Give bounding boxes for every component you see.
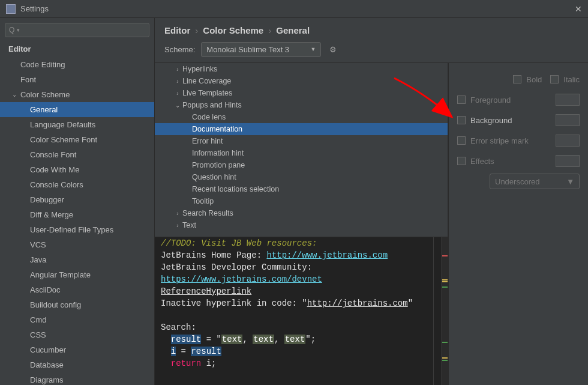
sidebar-item-color-scheme[interactable]: ⌄Color Scheme [0,87,154,102]
preview-editor[interactable]: //TODO: Visit JB Web resources: JetBrain… [155,237,448,385]
category-item[interactable]: ›Text [155,219,448,231]
foreground-swatch[interactable] [556,94,580,106]
breadcrumb: Editor › Color Scheme › General [155,18,588,42]
chevron-right-icon: › [173,222,182,229]
close-icon[interactable]: ✕ [575,4,582,14]
chevron-down-icon: ⌄ [173,102,182,109]
category-item[interactable]: ›Live Templates [155,87,448,99]
checkbox-italic[interactable] [550,75,559,83]
link[interactable]: http://www.jetbrains.com [266,250,388,260]
category-item[interactable]: ⌄Popups and Hints [155,99,448,111]
chevron-down-icon: ▼ [566,177,574,186]
category-item[interactable]: Error hint [155,135,448,147]
sidebar-item[interactable]: User-Defined File Types [0,222,154,237]
effects-type-select[interactable]: Underscored▼ [490,174,580,189]
checkbox-effects[interactable] [457,157,466,165]
sidebar-item[interactable]: Code With Me [0,162,154,177]
search-icon: Q [9,26,14,34]
link[interactable]: https://www.jetbrains.com/devnet [161,274,322,284]
sidebar-item[interactable]: Angular Template [0,267,154,282]
sidebar-item[interactable]: Debugger [0,192,154,207]
window-title: Settings [20,4,575,13]
category-item[interactable]: Question hint [155,171,448,183]
app-icon [6,4,16,14]
background-swatch[interactable] [556,114,580,126]
sidebar-item[interactable]: General [0,102,154,117]
scheme-select[interactable]: Monokai Sublime Text 3▼ [201,42,321,57]
category-item[interactable]: ›Hyperlinks [155,63,448,75]
sidebar-item[interactable]: Cucumber [0,342,154,357]
marker-stripe[interactable] [441,237,448,385]
category-item[interactable]: ›Search Results [155,207,448,219]
sidebar-item[interactable]: Font [0,72,154,87]
category-item[interactable]: Recent locations selection [155,183,448,195]
sidebar-item[interactable]: Java [0,252,154,267]
error-stripe-swatch[interactable] [556,135,580,147]
sidebar-item[interactable]: Color Scheme Font [0,132,154,147]
category-item[interactable]: Promotion pane [155,159,448,171]
chevron-right-icon: › [173,66,182,73]
category-tree: ›Hyperlinks›Line Coverage›Live Templates… [155,63,448,237]
sidebar-section-editor[interactable]: Editor [0,40,154,57]
sidebar-tree: Code Editing Font ⌄Color Scheme GeneralL… [0,57,154,385]
checkbox-background[interactable] [457,116,466,124]
sidebar-item[interactable]: Code Editing [0,57,154,72]
effects-swatch[interactable] [556,155,580,167]
chevron-down-icon: ▼ [310,46,316,52]
sidebar-item[interactable]: VCS [0,237,154,252]
sidebar-item[interactable]: Console Colors [0,177,154,192]
checkbox-foreground[interactable] [457,95,466,104]
category-item[interactable]: Code lens [155,111,448,123]
sidebar-item[interactable]: Console Font [0,147,154,162]
sidebar-item[interactable]: Cmd [0,312,154,327]
chevron-down-icon: ▾ [17,27,20,33]
sidebar-item[interactable]: Database [0,357,154,372]
chevron-right-icon: › [173,210,182,217]
sidebar-item[interactable]: Language Defaults [0,117,154,132]
sidebar-item[interactable]: Diff & Merge [0,207,154,222]
scheme-label: Scheme: [164,45,195,54]
checkbox-error-stripe[interactable] [457,136,466,145]
sidebar-item[interactable]: AsciiDoc [0,282,154,297]
category-item[interactable]: Information hint [155,147,448,159]
search-input[interactable]: Q ▾ [5,23,149,37]
sidebar-item[interactable]: Diagrams [0,372,154,385]
category-item[interactable]: Documentation [155,123,448,135]
sidebar-item[interactable]: Buildout config [0,297,154,312]
chevron-right-icon: › [173,78,182,85]
attributes-panel: Bold Italic Foreground Background Error [449,63,588,385]
category-item[interactable]: Tooltip [155,195,448,207]
chevron-right-icon: › [173,90,182,97]
category-item[interactable]: ›Line Coverage [155,75,448,87]
chevron-down-icon: ⌄ [12,91,20,98]
gear-icon[interactable]: ⚙ [329,45,337,54]
sidebar-item[interactable]: CSS [0,327,154,342]
checkbox-bold[interactable] [513,75,521,83]
